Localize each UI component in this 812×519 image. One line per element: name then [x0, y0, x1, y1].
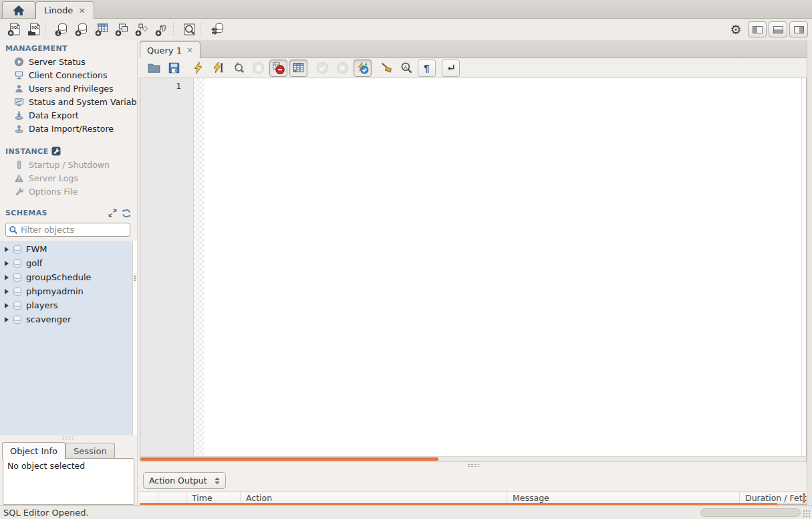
- status-variables-icon: [14, 97, 24, 107]
- toggle-left-panel-icon[interactable]: [748, 21, 767, 37]
- query-tabbar: Query 1 ×: [140, 40, 807, 58]
- expander-icon[interactable]: [5, 289, 9, 294]
- sidebar-splitter-grip[interactable]: [61, 436, 74, 441]
- expander-icon[interactable]: [5, 247, 9, 252]
- schema-filter-input[interactable]: [21, 225, 127, 235]
- expander-icon[interactable]: [5, 317, 9, 322]
- select-spinner-icon: [215, 478, 220, 484]
- new-sql-script-icon[interactable]: SQL: [4, 20, 24, 39]
- resize-grip[interactable]: [803, 510, 811, 518]
- create-function-icon[interactable]: f(): [152, 20, 172, 39]
- editor-vertical-scrollbar[interactable]: [801, 78, 806, 456]
- schema-label: scavenger: [26, 314, 71, 324]
- schema-icon: [13, 273, 22, 282]
- window-tabbar: Linode ×: [0, 0, 812, 19]
- create-table-icon[interactable]: [92, 20, 112, 39]
- sidebar-item-server-logs[interactable]: Server Logs: [0, 171, 137, 185]
- search-table-data-icon[interactable]: [179, 20, 199, 39]
- window-right-margin: [807, 40, 812, 505]
- schema-filter-box[interactable]: [5, 223, 130, 237]
- beautify-sql-icon[interactable]: [378, 60, 396, 77]
- home-tab[interactable]: [2, 1, 35, 18]
- create-schema-icon[interactable]: [72, 20, 92, 39]
- output-splitter[interactable]: [140, 462, 807, 470]
- find-icon[interactable]: A: [398, 60, 416, 77]
- output-view-label: Action Output: [149, 476, 207, 486]
- toggle-bottom-panel-icon[interactable]: [769, 21, 787, 37]
- sidebar-item-startup-shutdown[interactable]: Startup / Shutdown: [0, 158, 137, 171]
- open-sql-script-icon[interactable]: SQL: [24, 20, 44, 39]
- schema-tree-scrollbar[interactable]: [132, 241, 137, 435]
- horizontal-scrollbar-thumb[interactable]: [140, 457, 438, 461]
- schema-row-groupschedule[interactable]: groupSchedule: [0, 270, 132, 284]
- tab-session[interactable]: Session: [65, 443, 115, 458]
- sidebar-item-label: Data Import/Restore: [29, 124, 114, 134]
- output-splitter-grip[interactable]: [467, 463, 479, 468]
- show-invisible-chars-icon[interactable]: ¶: [418, 60, 436, 77]
- create-procedure-icon[interactable]: [132, 20, 152, 39]
- sidebar-item-server-status[interactable]: Server Status: [0, 55, 137, 68]
- expander-icon[interactable]: [5, 303, 9, 308]
- rollback-icon[interactable]: [333, 60, 352, 77]
- sidebar-item-status-variables[interactable]: Status and System Variables: [0, 95, 137, 108]
- schema-label: FWM: [26, 244, 47, 254]
- sidebar-item-label: Data Export: [29, 110, 79, 120]
- editor-toolbar: A ¶: [140, 58, 807, 78]
- instance-section-header: INSTANCE: [0, 142, 137, 158]
- schema-label: golf: [26, 258, 42, 268]
- create-view-icon[interactable]: [112, 20, 132, 39]
- sidebar-item-data-export[interactable]: Data Export: [0, 108, 137, 122]
- expander-icon[interactable]: [5, 261, 9, 266]
- explain-plan-icon[interactable]: [229, 60, 247, 77]
- expander-icon[interactable]: [5, 275, 9, 280]
- server-status-icon: [14, 57, 24, 67]
- editor-horizontal-scrollbar[interactable]: [140, 456, 807, 462]
- save-script-icon[interactable]: [165, 60, 183, 77]
- column-header-time[interactable]: Time: [186, 492, 241, 504]
- connection-tab-label: Linode: [44, 5, 73, 15]
- sidebar-item-options-file[interactable]: Options File: [0, 185, 137, 198]
- toggle-right-panel-icon[interactable]: [789, 21, 808, 37]
- close-tab-icon[interactable]: ×: [78, 5, 86, 15]
- code-input-area[interactable]: [205, 78, 801, 456]
- schema-inspector-icon[interactable]: [51, 20, 72, 39]
- schema-row-phpmyadmin[interactable]: phpmyadmin: [0, 284, 132, 298]
- preferences-gear-icon[interactable]: ⚙: [726, 20, 746, 39]
- wrap-text-icon[interactable]: [442, 60, 460, 77]
- close-query-tab-icon[interactable]: ×: [186, 45, 193, 55]
- query-tab[interactable]: Query 1 ×: [140, 41, 200, 58]
- output-view-select[interactable]: Action Output: [143, 472, 226, 489]
- connection-tab[interactable]: Linode ×: [35, 1, 94, 19]
- expand-panel-icon[interactable]: [107, 208, 118, 218]
- stop-query-icon[interactable]: [249, 60, 267, 77]
- toggle-stop-on-error-icon[interactable]: [269, 60, 287, 77]
- toggle-autocommit-icon[interactable]: [354, 60, 372, 77]
- execute-sql-icon[interactable]: [189, 60, 207, 77]
- schema-row-fwm[interactable]: FWM: [0, 242, 132, 256]
- sidebar-item-label: Startup / Shutdown: [29, 160, 110, 170]
- schema-icon: [13, 287, 22, 296]
- commit-icon[interactable]: [313, 60, 331, 77]
- column-header-action[interactable]: Action: [241, 492, 507, 504]
- sidebar-item-client-connections[interactable]: Client Connections: [0, 68, 137, 82]
- limit-rows-icon[interactable]: [289, 60, 307, 77]
- status-scrollbar-thumb[interactable]: [700, 508, 801, 517]
- column-header-status[interactable]: [140, 492, 158, 504]
- execute-current-statement-icon[interactable]: [209, 60, 227, 77]
- schema-row-scavenger[interactable]: scavenger: [0, 312, 132, 326]
- tab-object-info[interactable]: Object Info: [2, 442, 65, 459]
- open-script-icon[interactable]: [145, 60, 163, 77]
- schema-row-players[interactable]: players: [0, 298, 132, 312]
- management-section-header: MANAGEMENT: [0, 40, 137, 55]
- sidebar: MANAGEMENT Server Status Client Connecti…: [0, 40, 137, 505]
- schema-row-golf[interactable]: golf: [0, 256, 132, 270]
- output-vertical-scrollbar-thumb[interactable]: [803, 493, 805, 503]
- column-header-message[interactable]: Message: [507, 492, 740, 504]
- sidebar-item-data-import[interactable]: Data Import/Restore: [0, 122, 137, 135]
- column-header-duration[interactable]: Duration / Fetch: [740, 492, 807, 504]
- sidebar-item-users-privileges[interactable]: Users and Privileges: [0, 82, 137, 95]
- svg-text:SQL: SQL: [11, 25, 19, 29]
- reconnect-dbms-icon[interactable]: [207, 20, 227, 39]
- column-header-index[interactable]: [158, 492, 186, 504]
- refresh-schemas-icon[interactable]: [121, 208, 132, 218]
